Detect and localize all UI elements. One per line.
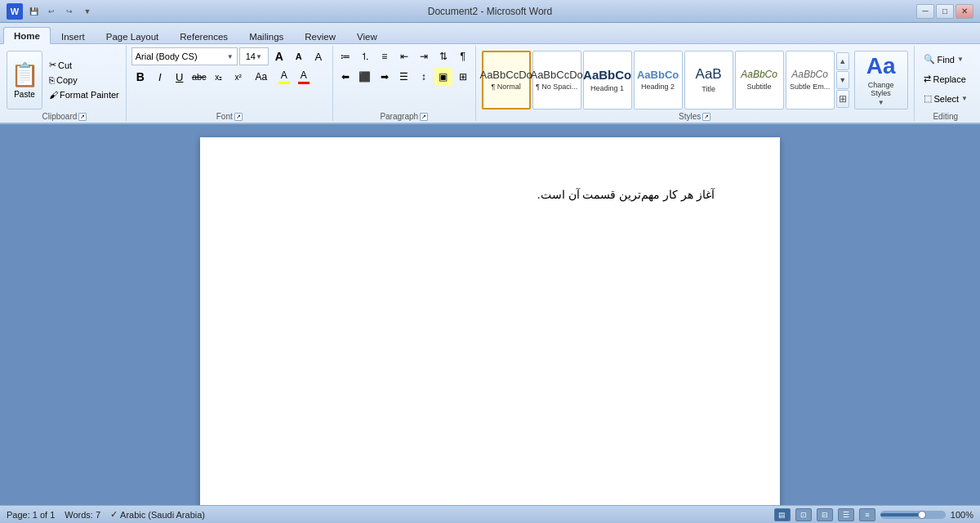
font-row-1: Arial (Body CS) ▼ 14 ▼ A A A — [131, 47, 327, 65]
status-right: ▤ ⊡ ⊟ ☰ ≡ 100% — [774, 508, 973, 521]
language-info[interactable]: ✓ Arabic (Saudi Arabia) — [110, 509, 205, 520]
maximize-btn[interactable]: □ — [936, 4, 954, 19]
borders-btn[interactable]: ⊞ — [454, 68, 472, 86]
paste-button[interactable]: 📋 Paste — [7, 51, 42, 110]
find-button[interactable]: 🔍 Find ▼ — [918, 51, 969, 68]
bullets-btn[interactable]: ≔ — [336, 47, 354, 65]
increase-indent-btn[interactable]: ⇥ — [415, 47, 433, 65]
style-heading1[interactable]: AaBbCo Heading 1 — [583, 51, 632, 110]
highlight-icon: A — [281, 69, 287, 81]
view-print-btn[interactable]: ▤ — [774, 508, 791, 521]
bold-btn[interactable]: B — [131, 68, 149, 86]
underline-btn[interactable]: U — [171, 68, 189, 86]
styles-scroll-down[interactable]: ▼ — [836, 71, 849, 89]
font-family-value: Arial (Body CS) — [136, 51, 198, 61]
font-family-selector[interactable]: Arial (Body CS) ▼ — [131, 47, 238, 65]
style-title-preview: AaB — [696, 66, 722, 83]
styles-scroll-up[interactable]: ▲ — [836, 52, 849, 70]
clipboard-expand-btn[interactable]: ↗ — [78, 113, 87, 121]
format-painter-button[interactable]: 🖌 Format Painter — [46, 88, 122, 101]
tab-references[interactable]: References — [169, 28, 238, 44]
change-styles-arrow: ▼ — [878, 99, 884, 106]
align-left-btn[interactable]: ⬅ — [336, 68, 354, 86]
style-subtle-emphasis[interactable]: AaBbCo Subtle Em... — [786, 51, 835, 110]
replace-button[interactable]: ⇄ Replace — [918, 70, 972, 87]
tab-view[interactable]: View — [346, 28, 388, 44]
style-subtitle-preview: AaBbCo — [741, 69, 777, 80]
view-draft-btn[interactable]: ≡ — [859, 508, 875, 521]
align-center-btn[interactable]: ⬛ — [356, 68, 374, 86]
styles-group-content: AaBbCcDo ¶ Normal AaBbCcDo ¶ No Spaci...… — [482, 47, 908, 112]
numbering-btn[interactable]: ⒈ — [356, 47, 374, 65]
document-page[interactable]: آغاز هر کار مهم‌ترین قسمت آن است. — [200, 137, 780, 505]
italic-btn[interactable]: I — [151, 68, 169, 86]
tab-insert[interactable]: Insert — [51, 28, 96, 44]
quick-redo-btn[interactable]: ↪ — [62, 4, 77, 19]
style-heading2[interactable]: AaBbCo Heading 2 — [634, 51, 683, 110]
select-button[interactable]: ⬚ Select ▼ — [918, 90, 974, 107]
language-value: Arabic (Saudi Arabia) — [120, 510, 205, 520]
minimize-btn[interactable]: ─ — [916, 4, 934, 19]
styles-group: AaBbCcDo ¶ Normal AaBbCcDo ¶ No Spaci...… — [476, 46, 915, 121]
subscript-btn[interactable]: x₂ — [210, 68, 228, 86]
clipboard-group-label: Clipboard — [42, 112, 77, 121]
view-outline-btn[interactable]: ☰ — [838, 508, 854, 521]
zoom-track — [880, 513, 920, 516]
sort-btn[interactable]: ⇅ — [434, 47, 452, 65]
font-expand-btn[interactable]: ↗ — [234, 113, 243, 121]
editing-label-row: Editing — [918, 112, 974, 121]
show-marks-btn[interactable]: ¶ — [454, 47, 472, 65]
paragraph-expand-btn[interactable]: ↗ — [420, 113, 428, 121]
justify-btn[interactable]: ☰ — [395, 68, 413, 86]
change-styles-button[interactable]: Aa ChangeStyles ▼ — [854, 51, 908, 110]
superscript-btn[interactable]: x² — [229, 68, 247, 86]
font-shrink-btn[interactable]: A — [290, 47, 308, 65]
quick-more-btn[interactable]: ▼ — [80, 4, 95, 19]
view-fullscreen-btn[interactable]: ⊡ — [795, 508, 812, 521]
copy-button[interactable]: ⎘ Copy — [46, 74, 122, 87]
select-arrow: ▼ — [961, 95, 968, 102]
font-group: Arial (Body CS) ▼ 14 ▼ A A A B I U abc x… — [127, 46, 333, 121]
zoom-thumb — [918, 511, 926, 519]
window-title: Document2 - Microsoft Word — [428, 6, 553, 17]
align-right-btn[interactable]: ➡ — [376, 68, 394, 86]
close-btn[interactable]: ✕ — [956, 4, 973, 19]
styles-scroll: ▲ ▼ ⊞ — [836, 52, 849, 108]
style-subtitle[interactable]: AaBbCo Subtitle — [735, 51, 784, 110]
style-subtle-emphasis-label: Subtle Em... — [790, 83, 830, 91]
highlight-color-bar — [278, 82, 290, 84]
style-normal[interactable]: AaBbCcDo ¶ Normal — [482, 51, 531, 110]
font-grow-btn[interactable]: A — [270, 47, 288, 65]
tab-page-layout[interactable]: Page Layout — [96, 28, 170, 44]
cut-button[interactable]: ✂ Cut — [46, 58, 122, 72]
style-nospacing[interactable]: AaBbCcDo ¶ No Spaci... — [532, 51, 581, 110]
shading-btn[interactable]: ▣ — [434, 68, 452, 86]
style-heading2-label: Heading 2 — [641, 83, 675, 91]
para-row-2: ⬅ ⬛ ➡ ☰ ↕ ▣ ⊞ — [336, 68, 472, 86]
view-web-btn[interactable]: ⊟ — [817, 508, 833, 521]
style-subtle-emphasis-preview: AaBbCo — [791, 69, 828, 80]
clear-format-btn[interactable]: A — [310, 47, 327, 65]
tab-home[interactable]: Home — [3, 27, 51, 44]
decrease-indent-btn[interactable]: ⇤ — [395, 47, 413, 65]
multilevel-btn[interactable]: ≡ — [376, 47, 394, 65]
document-content[interactable]: آغاز هر کار مهم‌ترین قسمت آن است. — [265, 186, 715, 203]
styles-expand-btn[interactable]: ↗ — [702, 113, 710, 121]
highlight-btn[interactable]: A — [275, 68, 293, 86]
styles-scroll-more[interactable]: ⊞ — [836, 90, 849, 108]
line-spacing-btn[interactable]: ↕ — [415, 68, 433, 86]
font-label-row: Font ↗ — [131, 112, 327, 121]
zoom-slider[interactable] — [880, 511, 946, 519]
change-case-btn[interactable]: Aa — [249, 68, 274, 86]
font-color-btn[interactable]: A — [295, 68, 313, 86]
quick-undo-btn[interactable]: ↩ — [44, 4, 59, 19]
strikethrough-btn[interactable]: abc — [190, 68, 208, 86]
tab-review[interactable]: Review — [294, 28, 346, 44]
quick-save-btn[interactable]: 💾 — [26, 4, 41, 19]
font-group-content: Arial (Body CS) ▼ 14 ▼ A A A B I U abc x… — [131, 47, 327, 112]
font-size-selector[interactable]: 14 ▼ — [239, 47, 269, 65]
clipboard-small-btns: ✂ Cut ⎘ Copy 🖌 Format Painter — [46, 58, 122, 101]
style-title[interactable]: AaB Title — [684, 51, 733, 110]
tab-mailings[interactable]: Mailings — [238, 28, 294, 44]
ribbon-tabs: Home Insert Page Layout References Maili… — [0, 23, 980, 44]
